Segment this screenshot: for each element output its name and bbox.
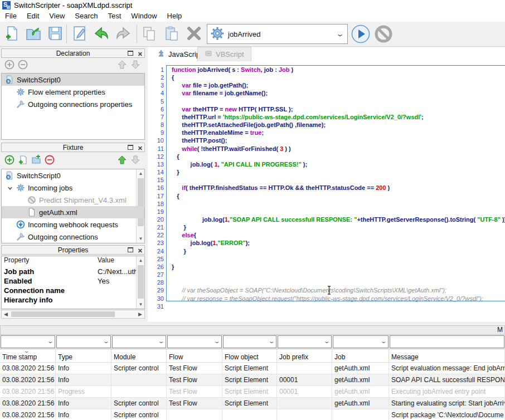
float-panel-icon[interactable] <box>128 145 133 150</box>
code-line: if( theHTTP.finishedStatus == HTTP.Ok &&… <box>172 184 505 192</box>
fixture-toolbar <box>1 153 145 168</box>
add-folder-button[interactable] <box>31 155 41 167</box>
close-panel-icon[interactable]: ✕ <box>138 50 143 58</box>
move-down-button[interactable] <box>130 60 140 71</box>
stop-script-button[interactable] <box>374 25 393 43</box>
menu-test[interactable]: Test <box>103 11 127 22</box>
code-line <box>172 271 505 279</box>
property-row[interactable]: Job pathC:/Next...uth <box>2 267 144 276</box>
declaration-item-outgoing-connections-properties[interactable]: Outgoing connections properties <box>2 98 144 110</box>
properties-hscrollbar[interactable]: ◀ ▶ <box>1 310 145 319</box>
filter-dropdown-flow[interactable]: ⌄ <box>167 335 222 348</box>
log-column-header-flow-object[interactable]: Flow object <box>222 349 277 362</box>
log-column-header-type[interactable]: Type <box>56 349 111 362</box>
fixture-item-incoming-jobs[interactable]: Incoming jobs <box>2 182 144 194</box>
save-script-button[interactable] <box>45 23 66 45</box>
property-row[interactable]: EnabledYes <box>2 276 144 286</box>
log-column-header-job-prefix[interactable]: Job prefix <box>277 349 332 362</box>
log-column-header-module[interactable]: Module <box>111 349 167 362</box>
menu-edit[interactable]: Edit <box>22 11 44 22</box>
remove-fixture-button[interactable] <box>45 155 55 167</box>
code-area[interactable]: 1234567891011121314151617181920212223242… <box>148 61 505 322</box>
fixture-item-getauth-xml[interactable]: getAuth.xml <box>2 206 144 218</box>
code-line: var theHTTP = new HTTP( HTTP.SSL ); <box>172 105 505 113</box>
scroll-up-icon[interactable]: ▲ <box>137 256 145 265</box>
code-line: theHTTP.enableMime = true; <box>172 129 505 136</box>
move-down-button[interactable] <box>130 155 140 167</box>
add-declaration-button[interactable] <box>4 60 14 71</box>
fixture-panel-title: Fixture ✕ <box>1 143 145 152</box>
log-row[interactable]: 03.08.2020 21:56InfoTest FlowScript Elem… <box>0 374 505 386</box>
add-file-button[interactable] <box>18 155 28 167</box>
paste-button[interactable] <box>161 23 182 45</box>
fixture-item-outgoing-connections[interactable]: Outgoing connections <box>2 231 144 243</box>
expander-chevron-icon[interactable] <box>7 185 13 191</box>
redo-button[interactable] <box>113 23 134 45</box>
declaration-item-switchscript0[interactable]: $SwitchScript0 <box>2 74 144 86</box>
new-script-button[interactable] <box>1 23 22 45</box>
property-row[interactable]: Connection name <box>2 286 144 295</box>
float-panel-icon[interactable] <box>128 51 133 56</box>
edit-script-button[interactable] <box>69 23 90 45</box>
menu-help[interactable]: Help <box>162 11 187 22</box>
menu-window[interactable]: Window <box>126 11 162 22</box>
log-filter-row: ⌄⌄⌄⌄⌄⌄⌄ <box>0 335 505 349</box>
log-row[interactable]: 03.08.2020 21:56InfoScripter controlTest… <box>0 363 505 374</box>
add-fixture-button[interactable] <box>4 155 14 167</box>
declaration-item-flow-element-properties[interactable]: Flow element properties <box>2 86 144 98</box>
filter-dropdown-time-stamp[interactable]: ⌄ <box>1 335 55 348</box>
fixture-item-predict-shipment-v4-3-xml[interactable]: Predict Shipment_V4.3.xml <box>2 194 144 206</box>
edit-script-icon <box>71 25 88 43</box>
menu-file[interactable]: File <box>0 11 22 22</box>
filter-dropdown-job-prefix[interactable]: ⌄ <box>278 335 332 348</box>
close-panel-icon[interactable]: ✕ <box>138 246 143 255</box>
filter-dropdown-flow-object[interactable]: ⌄ <box>223 335 276 348</box>
copy-button[interactable] <box>139 23 160 45</box>
code-line <box>172 255 505 263</box>
filter-dropdown-module[interactable]: ⌄ <box>112 335 166 348</box>
log-column-header-time-stamp[interactable]: Time stamp⌄ <box>0 349 56 362</box>
code-line: var file = job.getPath(); <box>172 81 505 89</box>
move-up-button[interactable] <box>117 155 127 167</box>
javascript-icon <box>157 50 168 59</box>
editor-tabbar: JavaScript VBScript <box>148 47 505 61</box>
remove-declaration-button[interactable] <box>18 60 28 71</box>
properties-table: PropertyValue Job pathC:/Next...uthEnabl… <box>1 256 145 309</box>
open-script-button[interactable] <box>23 23 44 45</box>
move-up-button[interactable] <box>117 60 127 71</box>
fixture-item-incoming-webhook-requests[interactable]: Incoming webhook requests <box>2 218 144 231</box>
menu-search[interactable]: Search <box>70 11 103 22</box>
log-row[interactable]: 03.08.2020 21:56InfoScripter controlTest… <box>0 398 505 409</box>
code-line <box>172 200 505 208</box>
close-panel-icon[interactable]: ✕ <box>138 144 143 153</box>
scroll-left-icon[interactable]: ◀ <box>2 310 10 318</box>
wrench-icon <box>16 232 25 241</box>
code-line: { <box>172 153 505 160</box>
gear-icon <box>207 26 228 42</box>
tab-vbscript[interactable]: VBScript <box>197 47 251 61</box>
float-panel-icon[interactable] <box>128 247 133 252</box>
filter-input-message[interactable] <box>390 335 504 348</box>
properties-scrollbar[interactable]: ▲ ▼ <box>136 256 144 309</box>
log-row[interactable]: 03.08.2020 21:56InfoScripter controlScri… <box>0 409 505 420</box>
code-line <box>172 302 505 310</box>
script-doc-icon: $ <box>5 75 14 84</box>
log-column-header-flow[interactable]: Flow <box>167 349 222 362</box>
scroll-down-icon[interactable]: ▼ <box>137 300 145 309</box>
menu-view[interactable]: View <box>44 11 70 22</box>
scroll-right-icon[interactable]: ▶ <box>136 310 144 318</box>
entry-point-dropdown[interactable]: jobArrived ⌄ <box>207 24 348 44</box>
chevron-down-icon: ⌄ <box>380 338 387 344</box>
log-column-header-job[interactable]: Job <box>332 349 389 362</box>
undo-button[interactable] <box>91 23 112 45</box>
new-file-icon <box>3 25 20 43</box>
property-row[interactable]: Hierarchy info <box>2 295 144 305</box>
filter-dropdown-type[interactable]: ⌄ <box>56 335 111 348</box>
delete-button[interactable] <box>183 23 205 45</box>
log-row[interactable]: 03.08.2020 21:56ProgressTest FlowScript … <box>0 386 505 398</box>
fixture-item-switchscript0[interactable]: $SwitchScript0 <box>2 169 144 182</box>
run-script-button[interactable] <box>351 25 370 43</box>
filter-dropdown-job[interactable]: ⌄ <box>333 335 389 348</box>
log-column-header-message[interactable]: Message <box>389 349 505 362</box>
code-text[interactable]: function jobArrived( s : Switch, job : J… <box>172 66 505 310</box>
